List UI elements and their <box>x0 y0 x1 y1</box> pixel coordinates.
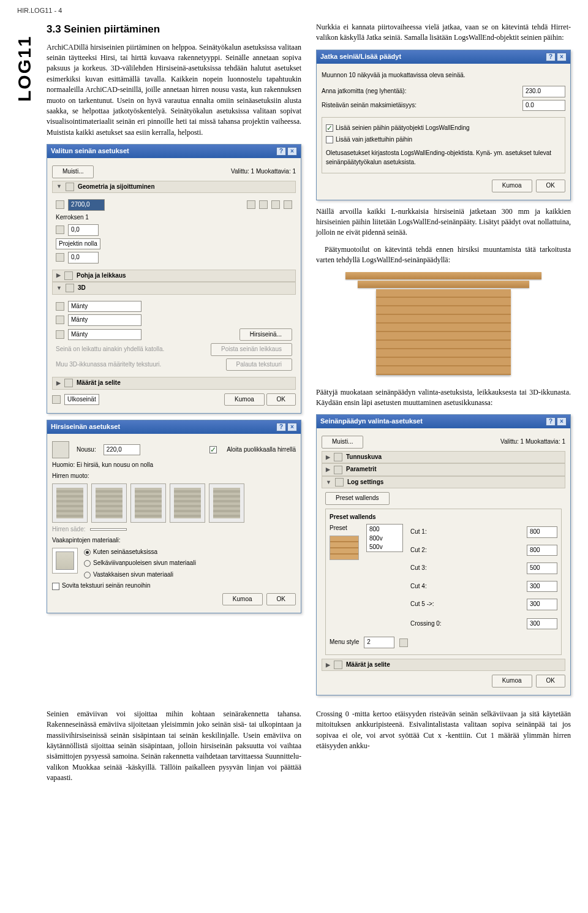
material-thumb <box>52 548 78 574</box>
preset-tab[interactable]: Preset wallends <box>325 492 390 505</box>
ok-button[interactable]: OK <box>536 675 565 688</box>
extend-label: Anna jatkomitta (neg lyhentää): <box>322 87 406 96</box>
value-a[interactable]: 0,0 <box>68 224 99 236</box>
close-icon[interactable]: × <box>557 53 567 61</box>
log-shape-option[interactable] <box>130 483 166 523</box>
cut2-input[interactable]: 800 <box>527 545 557 556</box>
material-radio[interactable] <box>84 572 91 578</box>
menu-style-input[interactable]: 2 <box>364 637 394 648</box>
fit-texture-checkbox[interactable] <box>52 583 59 590</box>
material-select[interactable]: Mänty <box>68 329 141 341</box>
tool-icon[interactable] <box>247 200 255 209</box>
log-wall-button[interactable]: Hirsiseinä... <box>239 328 292 341</box>
checkbox-label: Lisää vain jatkettuihin päihin <box>336 135 412 145</box>
panel-3d[interactable]: ▼ 3D <box>52 282 296 295</box>
panel-geometry[interactable]: ▼ Geometria ja sijoittuminen <box>52 181 296 194</box>
close-icon[interactable]: × <box>287 147 297 156</box>
height-input[interactable]: 2700,0 <box>68 199 105 211</box>
dialog-title: Hirsiseinän asetukset <box>51 422 120 432</box>
ok-button[interactable]: OK <box>266 593 296 606</box>
paragraph: Päätymuotoilut on kätevintä tehdä ennen … <box>316 244 571 266</box>
cancel-button[interactable]: Kumoa <box>492 180 532 192</box>
radio-label: Kuten seinäasetuksissa <box>93 548 157 555</box>
cancel-button[interactable]: Kumoa <box>222 593 263 606</box>
params-icon <box>334 466 342 474</box>
panel-label: Geometria ja sijoittuminen <box>78 183 155 192</box>
rise-input[interactable]: 220,0 <box>104 444 140 456</box>
menu-style-label: Menu style <box>330 638 359 647</box>
panel-measures[interactable]: ▶ Määrät ja selite <box>322 659 565 672</box>
log-shape-option[interactable] <box>209 483 244 523</box>
extend-input[interactable]: 230.0 <box>522 86 565 97</box>
ok-button[interactable]: OK <box>536 180 565 192</box>
material-select[interactable]: Mänty <box>68 314 141 326</box>
half-log-checkbox[interactable] <box>209 446 217 453</box>
panel-parameters[interactable]: ▶ Parametrit <box>322 463 565 476</box>
menu-style-icon[interactable] <box>399 638 408 647</box>
tool-icon[interactable] <box>284 200 292 209</box>
help-icon[interactable]: ? <box>546 53 556 61</box>
panel-label: Log settings <box>347 478 383 487</box>
cancel-button[interactable]: Kumoa <box>224 393 265 406</box>
panel-thumbnail[interactable]: ▶ Tunnuskuva <box>322 451 565 464</box>
chevron-right-icon: ▶ <box>326 661 330 669</box>
radius-input <box>90 528 127 531</box>
paragraph: Näillä arvoilla kaikki L-nurkkaisia hirs… <box>316 206 571 238</box>
preset-list[interactable]: 800 800v 500v <box>366 524 403 552</box>
height-icon <box>56 200 64 209</box>
only-extended-checkbox[interactable] <box>326 136 333 143</box>
memory-button[interactable]: Muisti... <box>322 436 363 449</box>
restore-texture-button: Palauta tekstuuri <box>226 358 293 371</box>
selection-count: Valittu: 1 Muokattavia: 1 <box>231 167 296 176</box>
cut4-input[interactable]: 300 <box>527 581 557 593</box>
project-zero-select[interactable]: Projektin nolla <box>56 238 100 250</box>
bottom-left-paragraph: Seinien emäviivan voi sijoittaa mihin ko… <box>47 709 301 784</box>
note-text: Seinä on leikattu ainakin yhdellä katoll… <box>56 345 164 354</box>
dialog-wallend-settings: Seinänpäädyn valinta-asetukset ? × Muist… <box>316 414 571 695</box>
titlebar: Hirsiseinän asetukset ? × <box>47 420 301 434</box>
wall-icon <box>56 253 64 262</box>
panel-measures[interactable]: ▶ Määrät ja selite <box>52 377 296 390</box>
preset-label: Preset <box>330 524 359 533</box>
panel-plan-section[interactable]: ▶ Pohja ja leikkaus <box>52 270 296 282</box>
material-select[interactable]: Mänty <box>68 301 141 313</box>
cut1-input[interactable]: 800 <box>527 526 557 538</box>
floor-label: Kerroksen 1 <box>56 213 89 222</box>
memory-button[interactable]: Muisti... <box>52 165 94 178</box>
close-icon[interactable]: × <box>287 423 297 431</box>
titlebar: Jatka seiniä/Lisää päädyt ? × <box>317 50 570 64</box>
panel-label: Määrät ja selite <box>346 661 390 670</box>
value-b[interactable]: 0,0 <box>68 252 99 263</box>
help-icon[interactable]: ? <box>276 147 286 156</box>
add-ending-checkbox[interactable] <box>326 124 333 132</box>
preset-swatch <box>330 536 359 560</box>
panel-log-settings[interactable]: ▼ Log settings <box>322 476 565 489</box>
log-shape-option[interactable] <box>91 483 127 523</box>
cut5-input[interactable]: 300 <box>527 599 557 610</box>
chevron-right-icon: ▶ <box>326 466 330 474</box>
cancel-button[interactable]: Kumoa <box>492 675 532 688</box>
section-title: 3.3 Seinien piirtäminen <box>47 22 301 37</box>
cut3-input[interactable]: 500 <box>527 563 557 574</box>
dialog-extend-walls: Jatka seiniä/Lisää päädyt ? × Muunnon 10… <box>316 50 571 200</box>
layer-select[interactable]: Ulkoseinät <box>64 394 99 406</box>
right-column: Nurkkia ei kannata piirtovaiheessa vielä… <box>316 22 571 702</box>
crossing-label: Crossing 0: <box>410 619 442 629</box>
crossing-input[interactable]: 300 <box>527 618 557 630</box>
tool-icon[interactable] <box>271 200 280 209</box>
right-intro: Nurkkia ei kannata piirtovaiheessa vielä… <box>316 22 571 44</box>
material-icon <box>56 302 64 311</box>
cut-label: Cut 5 ->: <box>410 600 434 609</box>
side-label: LOG11 <box>11 36 38 102</box>
max-dist-input[interactable]: 0.0 <box>522 100 565 112</box>
material-radio[interactable] <box>84 560 91 567</box>
help-icon[interactable]: ? <box>276 423 286 431</box>
log-shape-option[interactable] <box>170 483 205 523</box>
ok-button[interactable]: OK <box>266 393 296 406</box>
help-icon[interactable]: ? <box>546 417 556 426</box>
tool-icon[interactable] <box>259 200 268 209</box>
close-icon[interactable]: × <box>557 417 567 426</box>
material-radio[interactable] <box>84 549 91 556</box>
shape-label: Hirren muoto: <box>52 472 89 481</box>
log-shape-option[interactable] <box>52 483 88 523</box>
